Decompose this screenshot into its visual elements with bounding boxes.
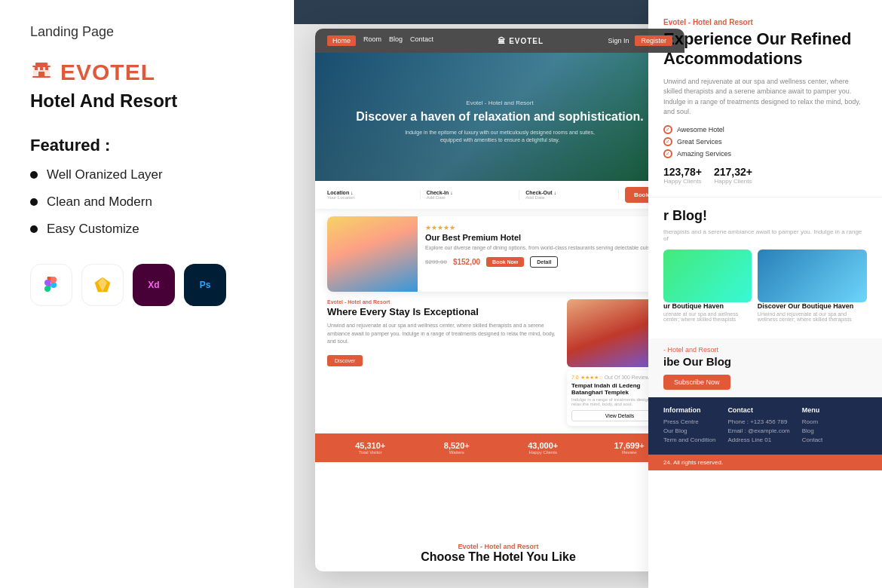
feature-text: Well Oranized Layer (47, 167, 163, 182)
register-button[interactable]: Register (635, 35, 672, 46)
hotel-card-info: ★★★★★ Our Best Premium Hotel Explore our… (418, 216, 672, 292)
nav-blog[interactable]: Blog (389, 35, 403, 46)
footer-link[interactable]: Room (802, 418, 823, 425)
new-price: $152,00 (453, 258, 480, 266)
section-desc: Unwind and rejuvenate at our spa and wel… (327, 322, 559, 346)
book-now-btn-card[interactable]: Book Now (486, 257, 524, 267)
section-left: Evotel - Hotel and Resort Where Every St… (327, 299, 559, 426)
nav-room[interactable]: Room (363, 35, 381, 46)
footer-link[interactable]: Term and Condition (663, 436, 715, 443)
mock-nav-right: Sign In Register (608, 35, 672, 46)
blog-img-1 (663, 250, 752, 302)
bottom-title: Choose The Hotel You Like (344, 550, 653, 564)
tool-icons-row: Xd Ps (30, 264, 264, 306)
stat-clients: 43,000+ Happy Clients (500, 441, 586, 455)
blog-image-card-1: ur Boutique Haven urenate at our spa and… (663, 250, 752, 322)
hotel-card-image (327, 216, 418, 292)
feature-label: Awesome Hotel (677, 126, 724, 133)
bullet-icon (30, 225, 38, 233)
right-stat-happy2: 217,32+ Happy Clients (714, 166, 752, 185)
old-price: $299,00 (425, 259, 447, 265)
mock-hero: Evotel - Hotel and Resort Discover a hav… (315, 53, 684, 181)
signin-link[interactable]: Sign In (608, 37, 629, 44)
svg-rect-7 (32, 76, 51, 78)
hotel-name: Our Best Premium Hotel (425, 233, 665, 242)
feature-text: Clean and Modern (47, 194, 152, 210)
svg-rect-3 (35, 67, 38, 70)
subscribe-title: ibe Our Blog (663, 355, 867, 368)
subscribe-section: - Hotel and Resort ibe Our Blog Subscrib… (648, 338, 882, 397)
footer-col-title: Menu (802, 406, 823, 414)
price-row: $299,00 $152,00 Book Now Detail (425, 256, 665, 268)
stat-label: Happy Clients (714, 178, 752, 185)
blog-img-2 (758, 250, 867, 302)
check-icon (663, 137, 672, 146)
blog-caption-2: Discover Our Boutique Haven (758, 302, 867, 310)
booking-bar: Location ↓ Your Location Check-In ↓ Add … (315, 181, 684, 209)
bottom-choose-section: Evotel - Hotel and Resort Choose The Hot… (336, 535, 660, 571)
location-label: Location ↓ (327, 190, 414, 195)
right-exp-desc: Unwind and rejuvenate at our spa and wel… (663, 77, 867, 118)
stat-num: 45,310+ (327, 441, 414, 450)
footer-link[interactable]: Our Blog (663, 427, 715, 434)
discover-button[interactable]: Discover (327, 355, 363, 366)
footer-link: Email : @example.com (727, 427, 789, 434)
stat-num: 123,78+ (663, 166, 702, 178)
right-overlay: Evotel - Hotel and Resort Experience Our… (648, 0, 882, 588)
right-features-list: Awesome Hotel Great Services Amazing Ser… (663, 125, 867, 158)
list-item: Easy Customize (30, 222, 264, 237)
stat-waiters: 8,520+ Waiters (414, 441, 501, 455)
subscribe-button[interactable]: Subscribe Now (663, 375, 730, 390)
bottom-tag: Evotel - Hotel and Resort (344, 543, 653, 550)
nav-contact[interactable]: Contact (410, 35, 433, 46)
footer-link[interactable]: Press Centre (663, 418, 715, 425)
blog-sub-1: urenate at our spa and wellness center; … (663, 311, 752, 322)
right-stats-row: 123,78+ Happy Clients 217,32+ Happy Clie… (663, 166, 867, 185)
footer-col-info: Information Press Centre Our Blog Term a… (663, 406, 715, 446)
stat-num: 217,32+ (714, 166, 752, 178)
section-tag: Evotel - Hotel and Resort (327, 299, 559, 305)
checkin-field[interactable]: Check-In ↓ Add Date (427, 190, 520, 200)
subscribe-tag: - Hotel and Resort (663, 346, 867, 354)
list-item: Clean and Modern (30, 194, 264, 210)
mock-navbar: Home Room Blog Contact 🏛 EVOTEL Sign In … (315, 29, 684, 53)
hero-title: Discover a haven of relaxation and sophi… (356, 109, 643, 124)
hotel-icon (30, 58, 53, 86)
hotel-desc: Explore our diverse range of dining opti… (425, 244, 665, 252)
brand-row: EVOTEL (30, 58, 264, 86)
stats-bar: 45,310+ Total Visitor 8,520+ Waiters 43,… (315, 433, 684, 462)
stat-label: Happy Clients (663, 178, 702, 185)
right-exp-tag: Evotel - Hotel and Resort (663, 18, 867, 26)
stat-num: 8,520+ (414, 441, 501, 450)
stat-visitors: 45,310+ Total Visitor (327, 441, 414, 455)
checkout-field[interactable]: Check-Out ↓ Add Date (525, 190, 619, 200)
checkin-val: Add Date (427, 195, 513, 200)
where-every-stay-section: Evotel - Hotel and Resort Where Every St… (327, 299, 672, 426)
stat-num: 43,000+ (500, 441, 586, 450)
blog-caption-1: ur Boutique Haven (663, 302, 752, 310)
footer-col-menu: Menu Room Blog Contact (802, 406, 823, 446)
ps-icon-box: Ps (184, 264, 226, 306)
footer-link: Phone : +123 456 789 (727, 418, 789, 425)
footer-col-title: Contact (727, 406, 789, 414)
detail-btn-card[interactable]: Detail (530, 256, 558, 268)
svg-point-8 (51, 282, 57, 288)
footer-link[interactable]: Contact (802, 436, 823, 443)
right-feature-awesome: Awesome Hotel (663, 125, 867, 134)
brand-name: EVOTEL (60, 60, 155, 85)
left-panel: Landing Page EVOTEL Hotel And Resort Fea… (0, 0, 294, 588)
feature-text: Easy Customize (47, 222, 139, 237)
right-stat-happy: 123,78+ Happy Clients (663, 166, 702, 185)
feature-label: Amazing Services (677, 150, 731, 158)
footer-link[interactable]: Blog (802, 427, 823, 434)
svg-rect-5 (45, 67, 48, 70)
main-preview: Home Room Blog Contact 🏛 EVOTEL Sign In … (294, 0, 882, 588)
location-field[interactable]: Location ↓ Your Location (327, 190, 421, 200)
location-val: Your Location (327, 195, 414, 200)
figma-icon-box (30, 264, 72, 306)
check-icon (663, 149, 672, 158)
checkout-val: Add Date (525, 195, 612, 200)
nav-home[interactable]: Home (327, 35, 356, 46)
blog-desc: therapists and a serene ambiance await t… (663, 228, 867, 242)
brand-subtitle: Hotel And Resort (30, 90, 264, 112)
